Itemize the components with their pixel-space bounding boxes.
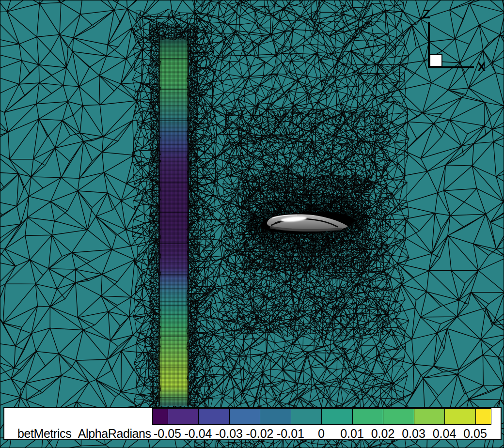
- colorbar-tick-label: 0.04: [433, 427, 457, 441]
- colorbar-tick-label: 0.01: [340, 427, 364, 441]
- colorbar-tick-label: -0.02: [246, 427, 274, 441]
- colorbar-tick-label: 0.05: [463, 427, 487, 441]
- colorbar-swatch: [475, 408, 491, 425]
- colorbar-tick-label: 0: [318, 427, 325, 441]
- axis-indicator: [428, 22, 474, 68]
- mesh-canvas[interactable]: [0, 0, 504, 448]
- rotor-strip-blockgrid: [158, 37, 189, 406]
- colorbar-tick-label: -0.01: [277, 427, 304, 441]
- colorbar-swatch: [414, 408, 445, 425]
- wake-grid-lower: [267, 250, 348, 279]
- colorbar-swatch: [260, 408, 291, 425]
- wake-grid-upper: [267, 164, 348, 195]
- colorbar-title: betMetrics_AlphaRadians: [17, 427, 151, 441]
- colorbar-swatch: [291, 408, 322, 425]
- colorbar-swatch: [198, 408, 230, 425]
- colorbar-swatch: [229, 408, 261, 425]
- viewport[interactable]: Z X betMetrics_AlphaRadians -0.05-0.04-0…: [0, 0, 504, 448]
- colorbar-swatch: [168, 408, 199, 425]
- colorbar-swatch: [321, 408, 353, 425]
- axis-z-label: Z: [423, 7, 430, 22]
- axis-origin-marker: [430, 55, 442, 66]
- colorbar-tick-label: 0.02: [371, 427, 395, 441]
- colorbar-swatch: [383, 408, 414, 425]
- colorbar-swatch: [352, 408, 384, 425]
- colorbar-legend: betMetrics_AlphaRadians -0.05-0.04-0.03-…: [3, 407, 502, 440]
- colorbar-swatch: [444, 408, 476, 425]
- colorbar-tick-label: -0.03: [215, 427, 243, 441]
- colorbar-swatch: [152, 408, 168, 425]
- colorbar-tick-label: -0.05: [154, 427, 181, 441]
- axis-x-label: X: [477, 60, 486, 75]
- colorbar-tick-label: -0.04: [185, 427, 212, 441]
- colorbar-tick-label: 0.03: [402, 427, 425, 441]
